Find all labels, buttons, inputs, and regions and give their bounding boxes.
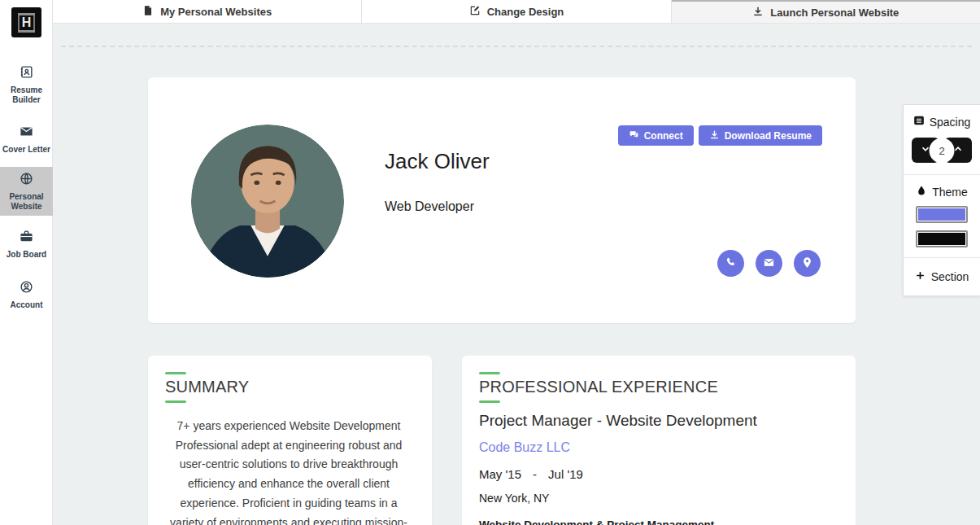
theme-label: Theme <box>932 186 968 199</box>
edit-pencil-icon <box>469 5 481 19</box>
experience-dates: May '15 - Jul '19 <box>479 467 836 481</box>
date-separator: - <box>533 467 537 481</box>
spacing-value: 2 <box>932 140 952 160</box>
location-button[interactable] <box>794 250 821 277</box>
chevron-down-icon <box>920 143 931 157</box>
logo-letter: H <box>18 15 36 30</box>
email-button[interactable] <box>756 250 782 277</box>
profile-name: Jack Oliver <box>385 149 490 174</box>
green-accent-line <box>165 372 186 374</box>
launch-download-icon <box>752 6 764 20</box>
envelope-icon <box>20 125 33 142</box>
sidebar-item-cover-letter[interactable]: Cover Letter <box>0 120 53 158</box>
phone-icon <box>725 256 737 271</box>
download-icon <box>709 129 720 142</box>
contact-buttons <box>717 250 821 277</box>
summary-section-title: SUMMARY <box>165 378 412 396</box>
sidebar-item-resume-builder[interactable]: Resume Builder <box>0 65 53 104</box>
file-icon <box>142 5 154 19</box>
tab-change-design[interactable]: Change Design <box>362 0 671 24</box>
theme-swatch-black[interactable] <box>916 230 968 247</box>
briefcase-icon <box>20 230 33 247</box>
top-tab-bar: My Personal Websites Change Design Launc… <box>53 0 980 24</box>
app-logo[interactable]: H <box>11 7 41 37</box>
date-end: Jul '19 <box>548 467 583 481</box>
tab-launch-personal-website[interactable]: Launch Personal Website <box>672 0 980 24</box>
connect-button-label: Connect <box>644 130 683 142</box>
experience-section-title: PROFESSIONAL EXPERIENCE <box>479 378 836 396</box>
plus-icon <box>915 270 926 283</box>
drop-zone-dashed-line <box>61 46 972 47</box>
profile-job-title: Web Developer <box>385 199 474 214</box>
app-window: H Resume Builder Cover Letter Personal W… <box>0 0 980 525</box>
green-accent-underline <box>165 400 186 403</box>
summary-text: 7+ years experienced Website Development… <box>170 417 407 525</box>
sidebar-item-account[interactable]: Account <box>0 278 53 311</box>
profile-header-card[interactable]: Jack Oliver Web Developer Connect Downlo… <box>148 77 856 323</box>
tab-label: Change Design <box>487 6 564 18</box>
address-book-icon <box>20 65 33 82</box>
droplet-icon <box>916 185 927 199</box>
experience-section-card[interactable]: PROFESSIONAL EXPERIENCE Project Manager … <box>462 356 856 525</box>
sidebar-item-job-board[interactable]: Job Board <box>0 225 53 263</box>
connect-button[interactable]: Connect <box>618 125 694 146</box>
tab-label: My Personal Websites <box>160 6 272 18</box>
experience-subheading: Website Development & Project Management <box>479 518 836 525</box>
map-pin-icon <box>801 256 813 271</box>
logo-bottom-bar <box>18 30 35 33</box>
phone-button[interactable] <box>717 250 744 277</box>
sidebar: H Resume Builder Cover Letter Personal W… <box>0 0 53 525</box>
theme-control: Theme <box>904 175 980 258</box>
sidebar-item-label: Job Board <box>7 250 46 260</box>
chevron-up-icon <box>952 143 964 157</box>
profile-photo[interactable] <box>191 125 344 278</box>
sidebar-item-label: Account <box>11 300 43 310</box>
experience-role: Project Manager - Website Development <box>479 412 836 430</box>
spacing-control: Spacing 2 <box>904 105 980 175</box>
theme-swatch-accent[interactable] <box>916 206 968 223</box>
sidebar-item-label: Personal Website <box>0 192 53 211</box>
user-icon <box>20 280 33 297</box>
sidebar-item-personal-website[interactable]: Personal Website <box>0 167 53 216</box>
spacing-label-row: Spacing <box>910 115 973 129</box>
add-section-button[interactable]: Section <box>904 258 980 295</box>
design-tools-panel: Spacing 2 <box>903 104 980 296</box>
tab-label: Launch Personal Website <box>770 7 899 19</box>
globe-icon <box>20 172 33 189</box>
sidebar-item-label: Cover Letter <box>2 145 50 155</box>
spacing-label: Spacing <box>930 116 971 129</box>
experience-company-link[interactable]: Code Buzz LLC <box>479 440 836 455</box>
download-resume-button-label: Download Resume <box>725 130 812 142</box>
green-accent-line <box>479 372 500 374</box>
green-accent-underline <box>479 400 500 403</box>
date-start: May '15 <box>479 467 521 481</box>
envelope-icon <box>763 256 775 271</box>
summary-section-card[interactable]: SUMMARY 7+ years experienced Website Dev… <box>148 356 432 525</box>
chat-icon <box>629 129 639 142</box>
add-section-label: Section <box>931 270 969 283</box>
profile-actions: Connect Download Resume <box>618 125 822 146</box>
experience-location: New York, NY <box>479 492 836 505</box>
download-resume-button[interactable]: Download Resume <box>699 125 822 146</box>
theme-label-row: Theme <box>910 185 973 199</box>
spacing-stepper: 2 <box>912 138 972 163</box>
sidebar-item-label: Resume Builder <box>0 85 53 104</box>
website-preview-canvas: Jack Oliver Web Developer Connect Downlo… <box>53 24 980 525</box>
list-lines-icon <box>913 115 925 129</box>
tab-my-personal-websites[interactable]: My Personal Websites <box>53 0 362 24</box>
